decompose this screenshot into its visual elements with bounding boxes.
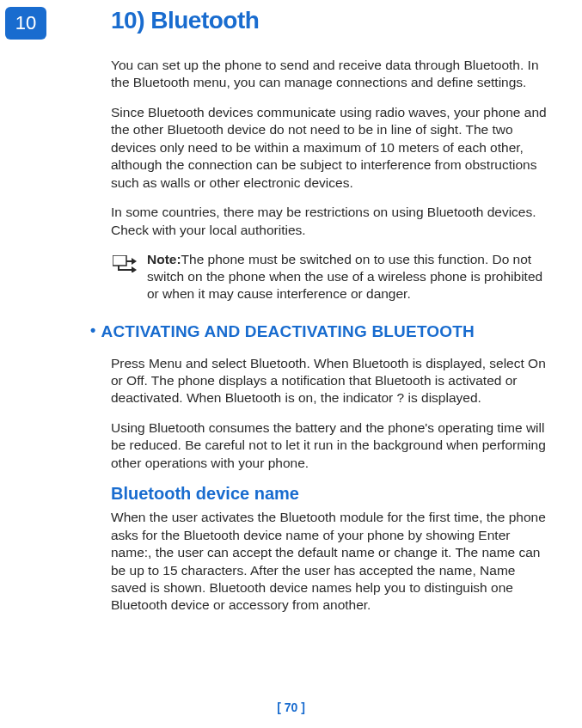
svg-rect-0: [113, 255, 126, 266]
section1-paragraph-1: Press Menu and select Bluetooth. When Bl…: [111, 355, 554, 407]
section-heading-activating: •ACTIVATING AND DEACTIVATING BLUETOOTH: [90, 322, 554, 341]
page-number: [ 70 ]: [0, 700, 582, 714]
page-content: 10) Bluetooth You can set up the phone t…: [111, 7, 554, 627]
note-block: Note:The phone must be switched on to us…: [111, 251, 554, 303]
chapter-tab-number: 10: [15, 12, 36, 34]
bullet-icon: •: [90, 321, 96, 340]
section1-paragraph-2: Using Bluetooth consumes the battery and…: [111, 419, 554, 472]
section-heading-text: ACTIVATING AND DEACTIVATING BLUETOOTH: [101, 322, 475, 340]
chapter-tab: 10: [5, 7, 46, 40]
note-body: The phone must be switched on to use thi…: [147, 252, 542, 301]
chapter-title: 10) Bluetooth: [111, 7, 554, 34]
note-arrow-icon: [113, 255, 142, 303]
intro-paragraph-1: You can set up the phone to send and rec…: [111, 57, 554, 92]
note-text: Note:The phone must be switched on to us…: [142, 251, 554, 303]
intro-paragraph-2: Since Bluetooth devices communicate usin…: [111, 104, 554, 192]
section2-paragraph-1: When the user activates the Bluetooth mo…: [111, 509, 554, 615]
intro-paragraph-3: In some countries, there may be restrict…: [111, 204, 554, 239]
sub-heading-device-name: Bluetooth device name: [111, 484, 554, 504]
note-label: Note:: [147, 252, 181, 266]
